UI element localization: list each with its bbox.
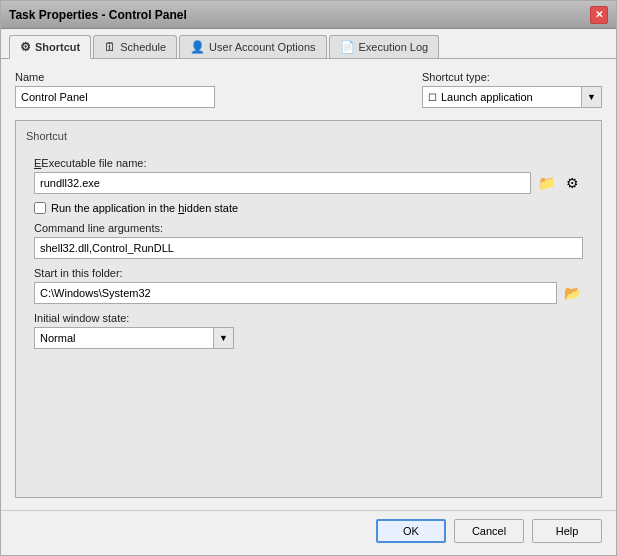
schedule-tab-icon: 🗓 [104, 40, 116, 54]
shortcut-type-dropdown-btn[interactable]: ▼ [582, 86, 602, 108]
shortcut-type-group: Shortcut type: ☐ Launch application ▼ [422, 71, 602, 108]
log-tab-label: Execution Log [359, 41, 429, 53]
title-bar: Task Properties - Control Panel ✕ [1, 1, 616, 29]
browse-folder-button[interactable]: 📂 [561, 282, 583, 304]
browse-icon: 📁 [538, 175, 555, 191]
shortcut-tab-label: Shortcut [35, 41, 80, 53]
window-state-row: Normal ▼ [34, 327, 583, 349]
tab-execution-log[interactable]: 📄 Execution Log [329, 35, 440, 58]
folder-row: 📂 [34, 282, 583, 304]
folder-label: Start in this folder: [34, 267, 583, 279]
exe-label: EExecutable file name: [34, 157, 583, 169]
shortcut-type-value: Launch application [441, 91, 533, 103]
shortcut-type-combo: ☐ Launch application ▼ [422, 86, 602, 108]
main-window: Task Properties - Control Panel ✕ ⚙ Shor… [0, 0, 617, 556]
help-button[interactable]: Help [532, 519, 602, 543]
window-state-arrow-icon: ▼ [219, 333, 228, 343]
log-tab-icon: 📄 [340, 40, 355, 54]
user-tab-icon: 👤 [190, 40, 205, 54]
shortcut-type-display[interactable]: ☐ Launch application [422, 86, 582, 108]
tab-bar: ⚙ Shortcut 🗓 Schedule 👤 User Account Opt… [1, 29, 616, 59]
cancel-button[interactable]: Cancel [454, 519, 524, 543]
exe-row: 📁 ⚙ [34, 172, 583, 194]
tab-user-account[interactable]: 👤 User Account Options [179, 35, 326, 58]
tab-shortcut[interactable]: ⚙ Shortcut [9, 35, 91, 59]
shortcut-tab-icon: ⚙ [20, 40, 31, 54]
shortcut-inner-content: EExecutable file name: 📁 ⚙ [26, 143, 591, 349]
cmd-group: Command line arguments: [34, 222, 583, 259]
shortcut-section-label: Shortcut [26, 130, 67, 142]
exe-group: EExecutable file name: 📁 ⚙ [34, 157, 583, 194]
folder-group: Start in this folder: 📂 [34, 267, 583, 304]
exe-input[interactable] [34, 172, 531, 194]
name-group: Name [15, 71, 402, 108]
ok-button[interactable]: OK [376, 519, 446, 543]
shortcut-type-checkbox-icon: ☐ [428, 92, 437, 103]
browse-folder-icon: 📂 [564, 285, 581, 301]
hidden-state-row: Run the application in the hidden state [34, 202, 583, 214]
cmd-input[interactable] [34, 237, 583, 259]
user-tab-label: User Account Options [209, 41, 315, 53]
dropdown-arrow-icon: ▼ [587, 92, 596, 102]
exe-gear-icon: ⚙ [566, 175, 579, 191]
browse-exe-button[interactable]: 📁 [535, 172, 557, 194]
name-shortcut-row: Name Shortcut type: ☐ Launch application… [15, 71, 602, 108]
window-title: Task Properties - Control Panel [9, 8, 187, 22]
schedule-tab-label: Schedule [120, 41, 166, 53]
bottom-buttons-bar: OK Cancel Help [1, 510, 616, 555]
cmd-label: Command line arguments: [34, 222, 583, 234]
tab-schedule[interactable]: 🗓 Schedule [93, 35, 177, 58]
folder-input[interactable] [34, 282, 557, 304]
window-state-display[interactable]: Normal [34, 327, 214, 349]
hidden-state-label: Run the application in the hidden state [51, 202, 238, 214]
shortcut-section: Shortcut EExecutable file name: 📁 ⚙ [15, 120, 602, 498]
name-label: Name [15, 71, 402, 83]
close-button[interactable]: ✕ [590, 6, 608, 24]
hidden-state-checkbox[interactable] [34, 202, 46, 214]
exe-settings-button[interactable]: ⚙ [561, 172, 583, 194]
window-state-group: Initial window state: Normal ▼ [34, 312, 583, 349]
close-icon: ✕ [595, 9, 603, 20]
shortcut-type-label: Shortcut type: [422, 71, 602, 83]
window-state-label: Initial window state: [34, 312, 583, 324]
window-state-dropdown-btn[interactable]: ▼ [214, 327, 234, 349]
tab-content: Name Shortcut type: ☐ Launch application… [1, 59, 616, 510]
window-state-value: Normal [40, 332, 75, 344]
name-input[interactable] [15, 86, 215, 108]
